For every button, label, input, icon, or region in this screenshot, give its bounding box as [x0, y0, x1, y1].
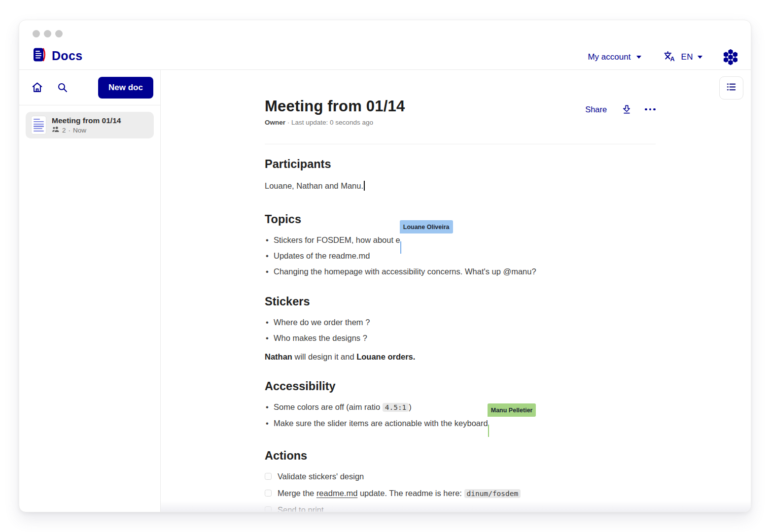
document-editor[interactable]: Meeting from 01/14 Share Owner [265, 70, 656, 512]
document-meta: 2 · Now [52, 126, 121, 134]
actions-checklist: Validate stickers' design Merge the read… [265, 471, 656, 512]
last-update: Last update: 0 seconds ago [291, 119, 373, 126]
checkbox[interactable] [265, 490, 272, 497]
list-item-text: Where do we order them ? [274, 318, 370, 327]
my-account-menu[interactable]: My account [588, 52, 641, 62]
search-icon[interactable] [57, 82, 69, 94]
app-grid-icon[interactable] [721, 48, 740, 66]
chevron-down-icon [698, 56, 702, 59]
section-heading-participants: Participants [265, 158, 656, 171]
translate-icon: A [663, 50, 676, 65]
collab-cursor-label: Manu Pelletier [488, 403, 536, 417]
app-window: Docs My account A [19, 20, 751, 512]
chevron-down-icon [636, 56, 641, 59]
window-controls [33, 30, 63, 37]
divider [265, 144, 656, 144]
sidebar-toolbar: New doc [19, 70, 160, 105]
doc-page-icon [32, 116, 46, 134]
list-item-text: Stickers for FOSDEM, how about e [274, 235, 400, 244]
inline-code: dinum/fosdem [464, 489, 521, 498]
page-title: Meeting from 01/14 [265, 98, 405, 115]
checklist-label: Merge the readme.md update. The readme i… [278, 488, 521, 499]
checklist-label: Validate stickers' design [278, 471, 364, 482]
bold-name: Nathan [265, 352, 292, 361]
bold-name: Louane [356, 352, 385, 361]
list-item-text: Some colors are off (aim ratio [274, 402, 383, 411]
sidebar: New doc Meeting from 01/14 [19, 70, 161, 512]
language-code: EN [681, 52, 693, 62]
caret-line [488, 425, 490, 437]
home-icon[interactable] [31, 81, 43, 94]
checkbox[interactable] [265, 506, 272, 512]
document-list: Meeting from 01/14 2 [19, 105, 160, 145]
list-item-text: Who makes the designs ? [274, 333, 367, 342]
stickers-note[interactable]: Nathan will design it and Louane orders. [265, 351, 656, 362]
new-doc-button[interactable]: New doc [98, 77, 153, 99]
accessibility-list: Some colors are off (aim ratio 4.5:1) Ma… [265, 401, 656, 429]
app-title: Docs [52, 49, 82, 63]
list-item-text: Changing the homepage with accessibility… [274, 267, 536, 276]
list-item[interactable]: Who makes the designs ? [265, 332, 656, 343]
window-dot-icon [44, 30, 51, 37]
svg-text:A: A [670, 56, 675, 63]
participants-text-content: Louane, Nathan and Manu. [265, 181, 363, 190]
collab-cursor-label: Louane Oliveira [400, 220, 453, 233]
my-account-label: My account [588, 52, 630, 62]
participants-text[interactable]: Louane, Nathan and Manu. [265, 180, 656, 191]
list-item[interactable]: Some colors are off (aim ratio 4.5:1) [265, 401, 656, 413]
checkbox[interactable] [265, 473, 272, 480]
section-heading-actions: Actions [265, 449, 656, 463]
list-item[interactable]: Changing the homepage with accessibility… [265, 266, 656, 277]
docs-logo-icon [32, 47, 47, 65]
list-item[interactable]: Make sure the slider items are actionabl… [265, 418, 656, 429]
owner-badge: Owner [265, 119, 285, 126]
app-logo[interactable]: Docs [32, 47, 82, 65]
list-item-text: Make sure the slider items are actionabl… [274, 419, 488, 428]
language-selector[interactable]: A EN [663, 50, 702, 65]
checklist-row: Send to print [265, 504, 656, 512]
checklist-row: Merge the readme.md update. The readme i… [265, 488, 656, 499]
list-item-text: Updates of the readme.md [274, 251, 370, 260]
stickers-list: Where do we order them ? Who makes the d… [265, 317, 656, 343]
list-item[interactable]: Stickers for FOSDEM, how about eLouane O… [265, 234, 656, 245]
table-of-contents-button[interactable] [719, 76, 743, 100]
checklist-text: Merge the [278, 489, 316, 498]
header-controls: My account A EN [588, 48, 740, 66]
text-cursor [364, 181, 365, 191]
doc-meta: Owner · Last update: 0 seconds ago [265, 119, 656, 126]
checklist-text: update. The readme is here: [357, 489, 464, 498]
more-options-icon[interactable] [645, 106, 656, 113]
members-count: 2 [62, 127, 66, 134]
updated-time: Now [73, 127, 86, 134]
meta-separator: · [69, 127, 71, 134]
members-icon [52, 126, 60, 134]
list-item[interactable]: Where do we order them ? [265, 317, 656, 328]
main-panel: Meeting from 01/14 Share Owner [161, 70, 751, 512]
section-heading-topics: Topics [265, 213, 656, 226]
app-header: Docs My account A [19, 20, 751, 70]
checklist-row: Validate stickers' design [265, 471, 656, 482]
list-item-text: ) [409, 402, 412, 411]
checklist-label: Send to print [278, 504, 324, 512]
meta-separator: · [287, 119, 290, 126]
doc-actions: Share [585, 104, 656, 115]
window-dot-icon [55, 30, 63, 37]
document-title: Meeting from 01/14 [52, 116, 121, 125]
share-button[interactable]: Share [585, 105, 607, 114]
note-text: orders. [385, 352, 416, 361]
window-dot-icon [33, 30, 40, 37]
topics-list: Stickers for FOSDEM, how about eLouane O… [265, 234, 656, 277]
section-heading-accessibility: Accessibility [265, 380, 656, 393]
list-item[interactable]: Updates of the readme.md [265, 250, 656, 261]
section-heading-stickers: Stickers [265, 295, 656, 308]
toc-icon [726, 81, 737, 95]
note-text: will design it and [292, 352, 356, 361]
document-list-item[interactable]: Meeting from 01/14 2 [26, 112, 154, 138]
download-icon[interactable] [622, 104, 632, 115]
inline-code: 4.5:1 [383, 403, 409, 412]
readme-link[interactable]: readme.md [316, 489, 357, 498]
